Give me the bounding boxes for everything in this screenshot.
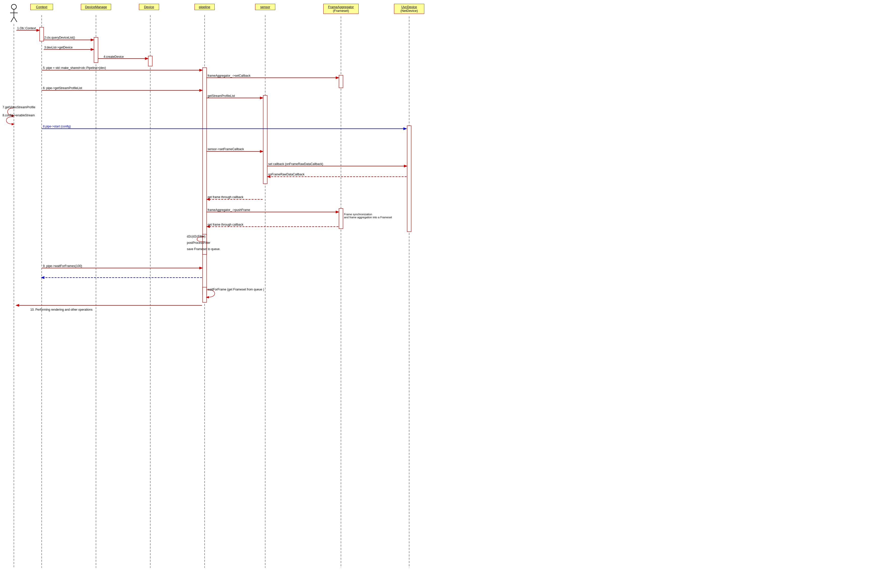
label-getframe2: get frame through callback: [207, 223, 243, 226]
svg-rect-20: [407, 126, 411, 232]
svg-rect-14: [94, 38, 98, 63]
lifeline-box-sensor: sensor: [255, 4, 275, 10]
label-onframerawdata: onFrameRawDataCallback: [268, 172, 304, 176]
lifeline-box-pipeline: pipeline: [194, 4, 215, 10]
label-m3: 3:devList->getDevice: [44, 46, 72, 49]
label-m20: 10. Performing rendering and other opera…: [30, 308, 92, 311]
svg-rect-22: [203, 287, 207, 302]
label-setcallback: frameAggregator_->setCallback: [207, 74, 251, 78]
label-setframecallback: sensor->setFrameCallback: [207, 147, 244, 151]
svg-rect-13: [40, 27, 44, 41]
sequence-arrows: [0, 0, 887, 588]
svg-rect-15: [148, 56, 152, 66]
lifeline-box-frameaggregator: FrameAggregator(Frameset): [323, 4, 359, 14]
label-pushframe: frameAggregator_->pushFrame: [207, 208, 250, 212]
label-postprocess: postProcessFilter: [187, 241, 210, 244]
lifeline-box-device: Device: [139, 4, 159, 10]
label-m2: 2:ctx.queryDeviceList(): [44, 36, 75, 39]
label-setcallback2: set callback (onFrameRawDataCallback): [268, 162, 323, 166]
label-framesync: Frame synchronizationand frame aggregati…: [344, 213, 392, 219]
label-m7b: 8.config->enableStream: [3, 114, 35, 117]
svg-rect-19: [339, 208, 343, 229]
label-waitforframe: waitForFrame (get Frameset from queue ): [207, 288, 264, 291]
label-m7a: 7.getVideoStreamProfile: [3, 105, 35, 109]
lifeline-box-context: Context: [30, 4, 53, 10]
lifeline-box-devicemanage: DeviceManage: [81, 4, 111, 10]
label-m17: 9. pipe->waitForFrames(100): [43, 264, 82, 268]
diagram-container: Context DeviceManage Device pipeline sen…: [0, 0, 887, 588]
svg-rect-17: [263, 95, 267, 184]
actor-figure: [9, 4, 19, 24]
label-m5: 5: pipe = std::make_shared<ob::Pipeline>…: [43, 66, 106, 70]
label-m4: 4:createDevice: [104, 55, 124, 58]
svg-line-3: [11, 17, 14, 22]
label-m1: 1.Ob::Context: [17, 27, 36, 30]
label-getstreamprofile: getStreamProfileList: [207, 94, 235, 98]
svg-point-0: [11, 4, 17, 9]
lifeline-box-uvcdevice: UvcDevice(NetDevice): [394, 4, 424, 14]
label-d2c: d2c(d2cFilter): [187, 235, 205, 238]
label-saveframeset: save Frameset to queue.: [187, 248, 221, 251]
label-getframe1: get frame through callback: [207, 195, 243, 199]
svg-line-4: [14, 17, 17, 22]
label-m8: 8.pipe->start (config): [43, 124, 71, 128]
svg-rect-18: [339, 75, 343, 88]
label-m6: 6: pipe->getStreamProfileList: [43, 86, 82, 90]
svg-rect-16: [203, 68, 207, 295]
